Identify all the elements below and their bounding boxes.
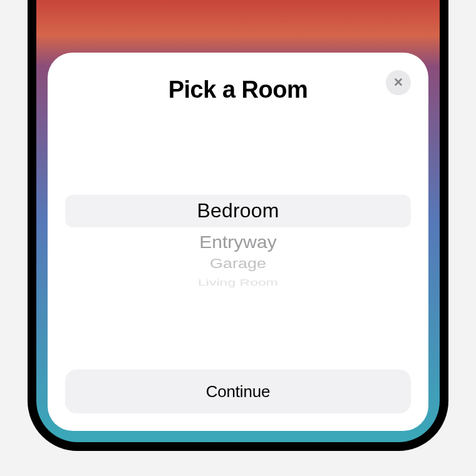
close-icon — [393, 76, 404, 90]
phone-frame: Pick a Room Bedroom Entryway Garage Livi… — [28, 0, 448, 451]
continue-button[interactable]: Continue — [65, 370, 411, 413]
picker-fade-list: Entryway Garage Living Room — [198, 231, 278, 291]
picker-selected-row: Bedroom — [65, 195, 411, 227]
modal-title: Pick a Room — [65, 76, 411, 103]
close-button[interactable] — [386, 70, 411, 95]
room-picker-modal: Pick a Room Bedroom Entryway Garage Livi… — [48, 53, 428, 431]
picker-item: Garage — [210, 255, 266, 271]
picker-item: Living Room — [198, 277, 278, 288]
picker-item: Entryway — [199, 231, 276, 251]
phone-screen: Pick a Room Bedroom Entryway Garage Livi… — [36, 0, 440, 442]
picker-selected-value: Bedroom — [197, 199, 279, 222]
room-picker[interactable]: Bedroom Entryway Garage Living Room — [65, 128, 411, 357]
